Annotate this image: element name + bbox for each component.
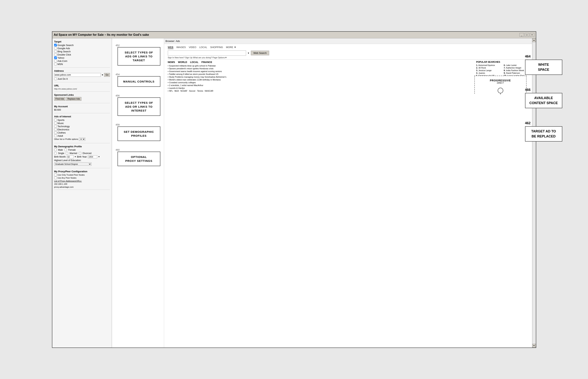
ctrl-box-458: SET DEMOGRAPHIC PROFILES	[117, 126, 160, 141]
account-balance: $0.600	[54, 109, 110, 111]
popular-8: 8. India Fashion Week	[504, 69, 528, 72]
double-click-checkbox[interactable]	[54, 53, 57, 56]
other-profile-row: Other list or Profile options ▼	[54, 138, 110, 141]
ctrl-box-454: MANUAL CONTROLS	[117, 76, 160, 87]
annotation-466-box: AVAILABLECONTENT SPACE	[525, 93, 562, 108]
svg-point-0	[498, 88, 503, 93]
birth-month-row: Birth Month: ▼ Birth Year: ▼	[54, 155, 110, 158]
male-label: Male	[58, 149, 63, 151]
tab-local[interactable]: LOCAL	[190, 61, 199, 63]
proxy-label: My Proxy/Peer Configuration	[54, 170, 110, 173]
left-panel: Target Google Search Google Ads Bing Sea…	[52, 38, 112, 347]
browser-label: Browser:	[166, 40, 175, 43]
sports-label: Sports	[58, 119, 65, 121]
tab-finance[interactable]: FINANCE	[201, 61, 212, 63]
url-value: http://m.www.yahoo.com/	[54, 88, 110, 90]
main-window: Ad Space on MY Computer for Sale – Its m…	[52, 31, 536, 348]
news-item-0: • Suspected militants blow up girls scho…	[168, 65, 473, 67]
any-peer-label: Use Any Peer Nodes	[58, 177, 77, 179]
other-profile-label: Other list or Profile options	[54, 138, 79, 140]
electronics-row: Electronics	[54, 128, 110, 131]
nav-web[interactable]: WEB	[168, 46, 174, 49]
female-label: Female	[68, 149, 76, 151]
nav-more[interactable]: MORE ▼	[226, 46, 236, 49]
google-ads-checkbox[interactable]	[54, 47, 57, 49]
popular-2: 2. 30 Rock	[476, 67, 501, 69]
bing-search-checkbox[interactable]	[54, 50, 57, 53]
annotation-466-number: 466	[525, 88, 562, 92]
music-row: Music	[54, 122, 110, 125]
popular-grid: 1. Autumnal Equinox 6. Lake Lanier 2. 30…	[476, 64, 528, 77]
technology-checkbox[interactable]	[54, 125, 57, 127]
sports-checkbox[interactable]	[54, 119, 57, 121]
person-figure	[493, 87, 508, 94]
birth-year-label: Birth Year:	[77, 156, 87, 158]
electronics-checkbox[interactable]	[54, 128, 57, 131]
adult-checkbox[interactable]	[54, 134, 57, 137]
education-dropdown[interactable]: Graduate School Degree	[54, 162, 92, 166]
news-column: NEWS WORLD LOCAL FINANCE • Suspected mil…	[168, 61, 473, 93]
popular-title: POPULAR SEARCHES	[476, 61, 528, 63]
news-item-2: • Government warns health insurers again…	[168, 70, 473, 72]
music-checkbox[interactable]	[54, 122, 57, 125]
adult-label: Adult	[58, 134, 63, 137]
any-peer-checkbox[interactable]	[54, 176, 57, 179]
ctrl-number-458: 458	[116, 123, 120, 126]
just-do-it-label: Just Do It	[58, 78, 68, 80]
married-checkbox[interactable]	[66, 152, 68, 154]
search-input[interactable]	[168, 50, 246, 56]
nav-video[interactable]: VIDEO	[189, 46, 196, 49]
clothes-checkbox[interactable]	[54, 131, 57, 134]
annotation-464-box: WHITESPACE	[525, 60, 562, 75]
clothes-row: Clothes	[54, 131, 110, 134]
replace-ads-button[interactable]: Replace Ads	[66, 97, 81, 101]
ctrl-group-5: 460 OPTIONAL PROXY SETTINGS	[114, 148, 160, 166]
msn-checkbox[interactable]	[54, 63, 57, 65]
nav-shopping[interactable]: SHOPPING	[210, 46, 223, 49]
just-do-it-checkbox[interactable]	[54, 78, 57, 80]
divorced-checkbox[interactable]	[79, 152, 81, 154]
ad-inner: PROGRESSIVE DIRECT	[475, 76, 526, 95]
yahoo-checkbox[interactable]	[54, 56, 57, 59]
google-search-row: Google Search	[54, 44, 110, 47]
electronics-label: Electronics	[58, 128, 69, 131]
minimize-button[interactable]: _	[520, 33, 524, 37]
news-item-9: • NFL · MLB · NCAAF · Soccer · Tennis · …	[168, 90, 473, 92]
address-input[interactable]	[54, 73, 101, 77]
popular-9: 9. David Paterson	[504, 72, 528, 74]
ctrl-number-454: 454	[116, 73, 120, 76]
birth-year-input[interactable]	[88, 155, 97, 158]
tab-news[interactable]: NEWS	[168, 61, 175, 63]
technology-row: Technology	[54, 125, 110, 128]
sponsored-label: Sponsored Links	[54, 94, 110, 96]
tab-world[interactable]: WORLD	[178, 61, 187, 63]
maximize-button[interactable]: □	[525, 33, 529, 37]
female-checkbox[interactable]	[64, 149, 67, 151]
sports-row: Sports	[54, 119, 110, 121]
trusted-peer-row: Use Only Trusted Peer Nodes	[54, 174, 110, 176]
music-label: Music	[58, 122, 64, 125]
news-item-4: • Study Problems managing money may fore…	[168, 76, 473, 78]
single-checkbox[interactable]	[54, 152, 57, 154]
go-button[interactable]: Go	[104, 73, 110, 77]
find-replace-row: Find Ads Replace Ads	[54, 97, 110, 101]
search-nav: WEB IMAGES VIDEO LOCAL SHOPPING MORE ▼	[168, 46, 528, 49]
popular-4: 4. Juanes	[476, 72, 501, 74]
annotation-464-number: 464	[525, 55, 562, 59]
scroll-up-button[interactable]: ▲	[532, 38, 536, 42]
close-button[interactable]: ×	[530, 33, 534, 37]
nav-images[interactable]: IMAGES	[176, 46, 186, 49]
window-title: Ad Space on MY Computer for Sale – Its m…	[54, 33, 149, 36]
bing-search-label: Bing Search	[58, 50, 71, 53]
web-search-button[interactable]: Web Search	[251, 51, 269, 55]
trusted-peer-checkbox[interactable]	[54, 174, 57, 176]
proxy-list-label: List of Proxy Addresses/URLs:	[54, 180, 110, 182]
other-profile-dropdown[interactable]: ▼	[79, 138, 85, 141]
find-ads-button[interactable]: Find Ads	[54, 97, 65, 101]
askcom-checkbox[interactable]	[54, 60, 57, 62]
nav-local[interactable]: LOCAL	[199, 46, 207, 49]
google-search-checkbox[interactable]	[54, 44, 57, 46]
male-checkbox[interactable]	[54, 149, 57, 151]
birth-month-input[interactable]	[67, 155, 74, 158]
scroll-down-button[interactable]: ▼	[532, 344, 536, 347]
